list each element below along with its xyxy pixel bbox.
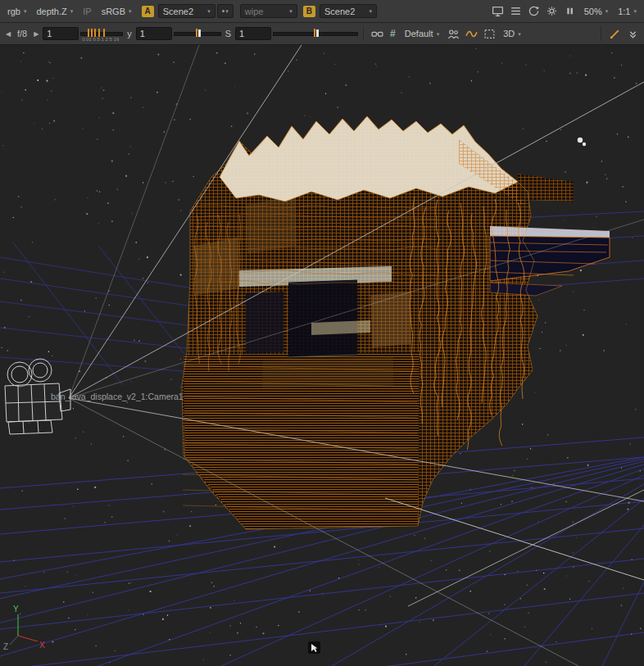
chevron-down-icon: ▾ [605, 8, 609, 14]
channels-dropdown[interactable]: rgb▾ [3, 5, 30, 18]
people-icon[interactable] [445, 25, 461, 42]
play-arrow-icon[interactable]: ▶ [31, 25, 41, 42]
viewer-toolbar-controls: ◀ f/8 ▶ 1 0.01 0.5 1 2 5 16 y 1 S 1 # De… [0, 23, 644, 45]
gain-input[interactable]: 1 [43, 27, 79, 40]
gamma-input[interactable]: 1 [136, 27, 172, 40]
monitor-out-icon[interactable] [490, 3, 506, 20]
gamma-slider-track [174, 32, 221, 36]
chevron-down-icon: ▾ [24, 8, 27, 14]
gain-slider-track [80, 32, 123, 36]
dot-icon [222, 10, 224, 12]
input-a-value: Scene2 [163, 7, 193, 16]
pixel-ratio-value: 1:1 [618, 7, 630, 16]
overflow-chevrons-icon[interactable] [624, 25, 641, 42]
list-icon[interactable] [508, 3, 524, 20]
chevron-down-icon: ▾ [289, 8, 293, 14]
layer-dropdown[interactable]: depth.Z▾ [32, 5, 77, 18]
gain-slider[interactable]: 0.01 0.5 1 2 5 16 [80, 25, 123, 42]
chevron-down-icon: ▾ [437, 31, 440, 37]
blend-mode-value: wipe [245, 7, 264, 16]
mesh-texture-patch [193, 238, 239, 295]
viewer-process-dropdown[interactable]: Default▾ [401, 27, 443, 40]
view-mode-dropdown[interactable]: 3D▾ [499, 27, 525, 40]
view-mode-value: 3D [503, 29, 515, 39]
saturation-slider[interactable] [273, 25, 358, 42]
input-a-select[interactable]: Scene2▾ [158, 4, 215, 18]
lut-value: sRGB [102, 7, 125, 16]
nuke-3d-viewer: ban_lava_displace_v2_1:Camera1 Y X Z rgb… [0, 0, 644, 666]
chevron-down-icon: ▾ [129, 8, 132, 14]
chevron-down-icon: ▾ [369, 8, 372, 14]
refresh-icon[interactable] [526, 3, 542, 20]
chevron-down-icon: ▾ [225, 8, 229, 14]
pencil-tool-icon[interactable] [606, 25, 623, 42]
mesh-opening [288, 279, 357, 357]
lut-curve-icon[interactable] [463, 25, 479, 42]
display-lut-dropdown[interactable]: sRGB▾ [98, 5, 136, 18]
layer-value: depth.Z [36, 7, 66, 16]
stereo-glasses-icon[interactable] [369, 25, 385, 42]
mesh-texture-patch [370, 292, 411, 347]
cursor-icon [308, 641, 320, 654]
input-b-badge: B [303, 6, 315, 17]
channels-value: rgb [7, 7, 20, 16]
settings-gear-icon[interactable] [544, 3, 560, 20]
chevron-down-icon: ▾ [518, 31, 521, 37]
input-a-options-dropdown[interactable]: ▾ [217, 4, 234, 18]
input-a-badge: A [142, 6, 154, 17]
blend-mode-dropdown[interactable]: wipe▾ [240, 4, 297, 18]
viewer-process-value: Default [405, 29, 433, 39]
grid-icon[interactable]: # [387, 28, 399, 39]
gain-slider-ticks: 0.01 0.5 1 2 5 16 [82, 37, 123, 42]
pixel-ratio-dropdown[interactable]: 1:1▾ [614, 5, 641, 18]
mesh-light-patch [311, 320, 370, 335]
mesh-texture-patch [262, 357, 393, 388]
fstop-toggle[interactable]: f/8 [15, 29, 29, 39]
input-b-value: Scene2 [324, 7, 355, 16]
mesh-texture-patch [246, 197, 297, 254]
zoom-dropdown[interactable]: 50%▾ [580, 5, 613, 18]
input-b-select[interactable]: Scene2▾ [320, 4, 377, 18]
gamma-label: y [125, 29, 134, 39]
axis-y-label: Y [13, 605, 19, 614]
axis-z-label: Z [3, 642, 8, 651]
saturation-slider-track [273, 32, 358, 36]
pause-icon[interactable] [562, 3, 578, 20]
prev-arrow-icon[interactable]: ◀ [3, 25, 13, 42]
saturation-label: S [223, 29, 234, 39]
axis-x-label: X [39, 641, 45, 650]
roi-icon[interactable] [481, 25, 497, 42]
divider [363, 26, 364, 41]
camera-name-label: ban_lava_displace_v2_1:Camera1 [51, 392, 184, 401]
saturation-input[interactable]: 1 [235, 27, 271, 40]
gamma-slider[interactable] [174, 25, 221, 42]
chevron-down-icon: ▾ [207, 8, 211, 14]
divider [601, 26, 601, 41]
viewer-toolbar-top: rgb▾ depth.Z▾ IP sRGB▾ A Scene2▾ ▾ wipe▾… [0, 0, 644, 23]
chevron-down-icon: ▾ [70, 8, 74, 14]
zoom-value: 50% [584, 7, 602, 16]
viewport-3d[interactable]: ban_lava_displace_v2_1:Camera1 Y X Z [0, 0, 644, 666]
chevron-down-icon: ▾ [633, 8, 637, 14]
mesh-opening [246, 292, 283, 354]
input-process-toggle[interactable]: IP [79, 5, 95, 18]
